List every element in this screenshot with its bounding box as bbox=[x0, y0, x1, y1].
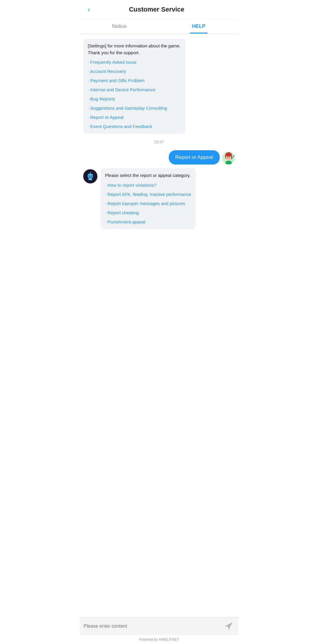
input-area bbox=[80, 617, 239, 635]
svg-point-3 bbox=[226, 152, 232, 156]
tab-bar: Notice HELP bbox=[80, 19, 239, 34]
page-title: Customer Service bbox=[93, 6, 221, 13]
tab-help[interactable]: HELP bbox=[159, 19, 239, 33]
link-report-appeal-1[interactable]: · Report or Appeal bbox=[88, 114, 181, 120]
svg-point-8 bbox=[233, 155, 235, 156]
footer-text: Powered by AIHELP.NET bbox=[139, 637, 179, 642]
link-punishment-appeal[interactable]: · Punishment appeal bbox=[105, 219, 191, 225]
footer: Powered by AIHELP.NET bbox=[80, 635, 239, 644]
timestamp: 19:47 bbox=[83, 140, 235, 144]
user-message-row: Report or Appeal bbox=[83, 150, 235, 164]
svg-point-5 bbox=[229, 157, 230, 158]
send-button[interactable] bbox=[223, 620, 235, 632]
bot-message-2: Please select the report or appeal categ… bbox=[83, 168, 235, 229]
link-bug-reports[interactable]: · Bug Reports bbox=[88, 96, 181, 102]
svg-rect-16 bbox=[89, 177, 92, 178]
user-avatar bbox=[222, 151, 235, 164]
user-bubble: Report or Appeal bbox=[169, 150, 220, 164]
bot-bubble-1: [Settings] for more information about th… bbox=[83, 39, 186, 134]
link-payment-gifts[interactable]: · Payment and Gifts Problem bbox=[88, 77, 181, 84]
link-report-improper[interactable]: · Report inproper messages and pictures bbox=[105, 200, 191, 207]
link-suggestions-gameplay[interactable]: · Suggestions and Gameplay Consulting bbox=[88, 105, 181, 111]
back-button[interactable]: ‹ bbox=[86, 5, 93, 14]
message-input[interactable] bbox=[84, 621, 220, 631]
link-frequently-asked[interactable]: · Frequently Asked Issue bbox=[88, 59, 181, 65]
svg-point-12 bbox=[89, 175, 90, 176]
tab-notice[interactable]: Notice bbox=[80, 19, 159, 33]
svg-rect-18 bbox=[90, 178, 91, 178]
link-report-cheating[interactable]: · Report cheating bbox=[105, 210, 191, 216]
svg-point-15 bbox=[91, 175, 92, 176]
svg-rect-17 bbox=[89, 178, 92, 180]
bot-intro-text-2: Please select the report or appeal categ… bbox=[105, 172, 191, 179]
header: ‹ Customer Service bbox=[80, 0, 239, 19]
svg-point-14 bbox=[89, 175, 89, 176]
svg-point-11 bbox=[90, 172, 91, 173]
robot-icon bbox=[86, 172, 95, 181]
bot-intro-text-1: [Settings] for more information about th… bbox=[88, 43, 181, 56]
bot-avatar bbox=[83, 169, 97, 183]
link-internet-device[interactable]: · Internet and Device Performance bbox=[88, 87, 181, 93]
svg-point-4 bbox=[227, 157, 228, 158]
link-how-to-report[interactable]: · How to report violations? bbox=[105, 182, 191, 188]
link-event-questions[interactable]: · Event Questions and Feedback bbox=[88, 123, 181, 130]
send-icon bbox=[224, 621, 233, 631]
chat-area: [Settings] for more information about th… bbox=[80, 34, 239, 617]
bot-message-1: [Settings] for more information about th… bbox=[83, 39, 235, 134]
link-report-afk[interactable]: · Report AFK, feeding, inactive performa… bbox=[105, 191, 191, 197]
link-account-recovery[interactable]: · Account Recovery bbox=[88, 68, 181, 74]
bot-bubble-2: Please select the report or appeal categ… bbox=[100, 168, 196, 229]
svg-point-13 bbox=[91, 175, 92, 176]
